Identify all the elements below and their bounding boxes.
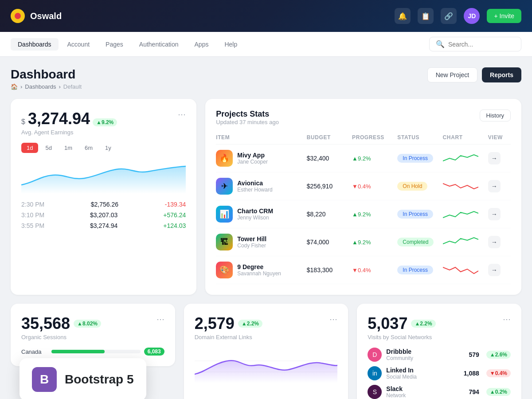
country-name: Canada	[21, 348, 48, 355]
project-view-button[interactable]: →	[488, 208, 501, 220]
search-icon: 🔍	[436, 40, 445, 48]
project-info: 🎨 9 Degree Savannah Nguyen	[216, 262, 307, 278]
breadcrumb-dashboards[interactable]: Dashboards	[25, 83, 56, 90]
stat-change: -139.34	[165, 201, 186, 208]
nav-item-account[interactable]: Account	[60, 38, 97, 51]
nav-item-pages[interactable]: Pages	[98, 38, 130, 51]
stat-time: 3:55 PM	[21, 222, 44, 229]
search-input[interactable]	[448, 41, 515, 48]
project-thumb-avionica: ✈	[216, 178, 233, 195]
slack-info: Slack Network	[386, 385, 464, 399]
links-subtitle: Domain External Links	[195, 334, 262, 340]
dribbble-count: 579	[469, 351, 479, 358]
notification-icon[interactable]: 🔔	[395, 8, 411, 24]
project-budget: $8,220	[307, 211, 352, 218]
filter-1d[interactable]: 1d	[21, 143, 38, 153]
home-icon: 🏠	[11, 83, 18, 90]
earnings-chart	[21, 158, 186, 194]
bootstrap-overlay: B Bootstrap 5	[20, 358, 146, 399]
project-status: In Process	[397, 154, 433, 163]
nav-item-help[interactable]: Help	[217, 38, 244, 51]
project-row-tower: 🏗 Tower Hill Cody Fisher $74,000 ▲9.2% C…	[216, 228, 511, 256]
project-owner: Esther Howard	[237, 187, 272, 193]
project-row-avionica: ✈ Avionica Esther Howard $256,910 ▼0.4% …	[216, 172, 511, 200]
sessions-more-button[interactable]: ⋯	[156, 314, 164, 324]
sessions-card: 35,568 ▲8.02% Organic Sessions ⋯ Canada …	[11, 304, 175, 366]
share-icon[interactable]: 🔗	[441, 8, 457, 24]
earnings-value: 3,274.94	[28, 110, 90, 128]
linkedin-type: Social Media	[386, 374, 459, 380]
project-progress: ▼0.4%	[352, 183, 397, 190]
project-progress: ▲9.2%	[352, 211, 397, 218]
earnings-amount: $ 3,274.94 ▲9.2%	[21, 110, 117, 128]
nav-item-authentication[interactable]: Authentication	[132, 38, 186, 51]
bootstrap-logo: B	[32, 367, 57, 392]
filter-1y[interactable]: 1y	[100, 143, 117, 153]
col-status: STATUS	[397, 134, 442, 141]
earnings-info: $ 3,274.94 ▲9.2% Avg. Agent Earnings	[21, 110, 117, 136]
filter-5d[interactable]: 5d	[40, 143, 57, 153]
links-count: 2,579 ▲2.2%	[195, 314, 262, 333]
project-budget: $32,400	[307, 155, 352, 162]
avatar[interactable]: JD	[464, 8, 480, 24]
project-info: 🏗 Tower Hill Cody Fisher	[216, 234, 307, 250]
top-nav-actions: 🔔 📋 🔗 JD + Invite	[395, 8, 521, 24]
sessions-wrapper: 35,568 ▲8.02% Organic Sessions ⋯ Canada …	[11, 304, 175, 399]
sessions-map: Canada 6,083	[21, 348, 164, 356]
social-header: 5,037 ▲2.2% Visits by Social Networks ⋯	[368, 314, 511, 340]
project-name: Charto CRM	[237, 207, 273, 215]
invite-button[interactable]: + Invite	[487, 9, 521, 23]
breadcrumb-default: Default	[63, 83, 82, 90]
project-row-charto: 📊 Charto CRM Jenny Wilson $8,220 ▲9.2% I…	[216, 200, 511, 228]
project-view-button[interactable]: →	[488, 236, 501, 248]
projects-header: Projects Stats Updated 37 minutes ago Hi…	[216, 110, 511, 125]
reports-button[interactable]: Reports	[482, 67, 521, 82]
social-more-button[interactable]: ⋯	[503, 314, 511, 324]
earnings-header: $ 3,274.94 ▲9.2% Avg. Agent Earnings ⋯	[21, 110, 186, 136]
search-box[interactable]: 🔍	[429, 37, 521, 51]
links-header: 2,579 ▲2.2% Domain External Links ⋯	[195, 314, 338, 340]
stat-change: +124.03	[163, 222, 186, 229]
filter-6m[interactable]: 6m	[79, 143, 98, 153]
linkedin-icon: in	[368, 366, 382, 380]
nav-items: Dashboards Account Pages Authentication …	[11, 38, 244, 51]
brand-area: Oswald	[11, 9, 62, 23]
new-project-button[interactable]: New Project	[427, 67, 477, 82]
earnings-more-button[interactable]: ⋯	[178, 110, 186, 119]
project-info: 🔥 Mivy App Jane Cooper	[216, 150, 307, 167]
project-chart	[443, 264, 488, 276]
stat-value: $3,207.03	[90, 211, 117, 219]
breadcrumb: 🏠 › Dashboards › Default	[11, 83, 82, 90]
nav-item-apps[interactable]: Apps	[188, 38, 216, 51]
linkedin-name: Linked In	[386, 367, 459, 374]
project-details: Avionica Esther Howard	[237, 180, 272, 193]
project-status: Completed	[397, 238, 434, 246]
project-details: Mivy App Jane Cooper	[237, 152, 268, 165]
project-owner: Cody Fisher	[237, 243, 266, 249]
clipboard-icon[interactable]: 📋	[418, 8, 434, 24]
col-chart: CHART	[443, 134, 488, 141]
project-status: In Process	[397, 266, 433, 274]
projects-card: Projects Stats Updated 37 minutes ago Hi…	[205, 99, 521, 295]
linkedin-count: 1,088	[464, 370, 479, 377]
stat-row: 3:10 PM $3,207.03 +576.24	[21, 211, 186, 219]
project-thumb-mivy: 🔥	[216, 150, 233, 167]
project-progress: ▲9.2%	[352, 155, 397, 162]
slack-count: 794	[469, 388, 479, 395]
project-view-button[interactable]: →	[488, 180, 501, 192]
project-view-button[interactable]: →	[488, 152, 501, 164]
slack-type: Network	[386, 392, 464, 399]
sessions-bar-wrap	[51, 350, 141, 353]
bootstrap-label: Bootstrap 5	[65, 372, 134, 387]
history-button[interactable]: History	[480, 110, 511, 121]
project-info: 📊 Charto CRM Jenny Wilson	[216, 206, 307, 223]
links-info: 2,579 ▲2.2% Domain External Links	[195, 314, 262, 340]
earnings-badge: ▲9.2%	[93, 118, 117, 126]
nav-item-dashboards[interactable]: Dashboards	[11, 38, 59, 51]
project-view-button[interactable]: →	[488, 264, 501, 276]
links-more-button[interactable]: ⋯	[329, 314, 337, 324]
social-badge: ▲2.2%	[411, 320, 435, 328]
filter-1m[interactable]: 1m	[59, 143, 78, 153]
stat-row: 3:55 PM $3,274.94 +124.03	[21, 222, 186, 229]
project-row-mivy: 🔥 Mivy App Jane Cooper $32,400 ▲9.2% In …	[216, 145, 511, 172]
